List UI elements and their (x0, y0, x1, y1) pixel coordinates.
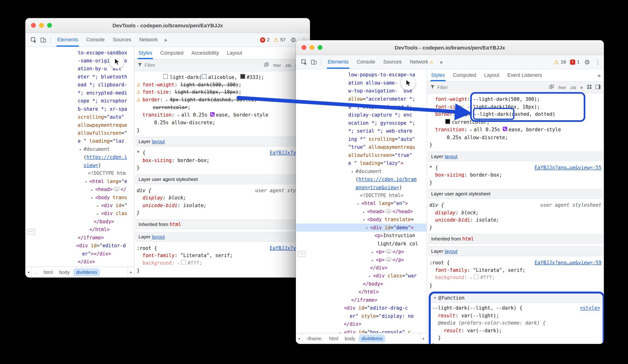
style-declaration-line[interactable]: ⚠font-size: light-dark(16px, 18px); (135, 88, 310, 96)
inspect-element-icon[interactable] (28, 35, 38, 45)
styles-section-header[interactable]: Layer user agent stylesheet (428, 189, 604, 199)
more-panels-chevron-icon[interactable]: » (162, 37, 169, 43)
dom-tree-line[interactable]: allowfullscreen=" (25, 129, 134, 137)
device-toolbar-icon[interactable] (38, 35, 48, 45)
minimize-button[interactable] (310, 45, 314, 50)
style-declaration-line[interactable]: :root {EaYBJJx?view= (135, 244, 310, 252)
function-rule-line[interactable]: result: var(--light); (431, 312, 603, 319)
settings-gear-icon[interactable]: ⚙ (291, 36, 296, 44)
tab-network[interactable]: Network (135, 33, 161, 47)
breadcrumb-item-div#demo[interactable]: div#demo (73, 268, 100, 276)
tab-console[interactable]: Console (353, 55, 379, 69)
breadcrumb-scroll-right-icon[interactable]: ▸ (420, 333, 427, 344)
breadcrumb-scroll-right-icon[interactable]: ▸ (128, 267, 134, 278)
styles-section-header[interactable]: Inherited from html (135, 220, 310, 229)
stab-accessibility[interactable]: Accessibility (187, 47, 223, 59)
dom-tree-line[interactable]: ▾#document (296, 167, 427, 175)
dom-tree-line[interactable]: ▸<div id=" (25, 201, 134, 209)
stab-layout[interactable]: Layout (480, 69, 503, 81)
style-declaration-line[interactable]: unicode-bidi: isolate; (428, 216, 604, 224)
style-declaration-line[interactable]: display: block; (428, 209, 604, 216)
dom-tree-line[interactable]: </div> (25, 258, 134, 266)
dom-tree-line[interactable]: ▸<head>…</ (25, 185, 134, 193)
style-declaration-line[interactable]: box-sizing: border-box; (135, 157, 310, 164)
style-declaration-line[interactable]: :root {EaYBJJx?ano…ue&view=:59 (428, 259, 604, 266)
dom-tree-line[interactable]: er" style="display: no (296, 312, 427, 320)
dom-tree-line[interactable]: ing *" scrolling="auto" (296, 135, 427, 143)
style-declaration-line[interactable]: display: block; (135, 194, 310, 202)
dom-tree-line[interactable]: </div> (296, 264, 427, 272)
breadcrumb-item-div#demo[interactable]: div#demo (359, 335, 386, 343)
style-declaration-line[interactable]: font-family: "Literata", serif; (135, 252, 310, 259)
function-rule-line[interactable]: } (431, 342, 603, 344)
close-button[interactable] (31, 23, 36, 28)
dom-tree-line[interactable]: scrolling="auto" (25, 113, 134, 121)
dom-tree-line[interactable]: display-capture *; enc (296, 111, 427, 119)
tab-sources[interactable]: Sources (109, 33, 135, 47)
dom-tree-line[interactable]: ead *; clipboard- (25, 81, 134, 89)
breadcrumb-scroll-left-icon[interactable]: ◂ (25, 267, 32, 278)
dom-tree-line[interactable]: cope *; microphor (25, 97, 134, 105)
warnings-badge[interactable]: ⚠16 (554, 59, 566, 65)
tab-elements[interactable]: Elements (324, 55, 353, 69)
function-rule-line[interactable]: result: var(--dark); (431, 327, 603, 334)
style-declaration-line[interactable]: } (135, 164, 310, 172)
dom-tree-line[interactable]: "true" allowpaymentrequ (296, 143, 427, 151)
dom-tree-line[interactable]: light/dark col (296, 240, 427, 248)
style-declaration-line[interactable]: } (135, 209, 310, 217)
styles-section-header[interactable]: Inherited from html (428, 234, 604, 243)
issues-badge[interactable]: !1 (570, 59, 580, 65)
dock-sidebar-icon[interactable] (595, 84, 600, 90)
dom-tree-line[interactable]: b-share *; xr-spa (25, 105, 134, 113)
style-declaration-line[interactable]: box-sizing: border-box; (428, 171, 604, 179)
dom-tree-line[interactable]: ▸<head>…</head> (296, 208, 427, 216)
styles-section-header[interactable]: Layer user agent stylesheet (135, 175, 310, 184)
settings-gear-icon[interactable]: ⚙ (584, 58, 590, 66)
toggle-element-state-button[interactable]: :hov (273, 63, 281, 68)
dom-tree-line[interactable]: anon=true&view=) (296, 183, 427, 191)
breadcrumb-item-html[interactable]: html (326, 335, 341, 343)
dom-tree-line[interactable]: ▾<html lang="en"> (296, 199, 427, 207)
styles-section-header[interactable]: Layer layout (428, 151, 604, 161)
computed-grid-icon[interactable] (587, 84, 592, 90)
dom-tree-line[interactable]: </html> (296, 288, 427, 296)
style-declaration-line[interactable]: * {EaYBJJx?view= (135, 149, 310, 157)
close-button[interactable] (302, 45, 307, 50)
style-declaration-line[interactable]: currentcolor; (135, 104, 310, 111)
style-declaration-line[interactable]: light-dark(aliceblue, #333); (135, 73, 310, 81)
dom-tree-line[interactable]: a *; clipboard-read *; (296, 103, 427, 111)
dom-tree-line[interactable]: low-popups-to-escape-sa (296, 71, 427, 79)
style-declaration-line[interactable]: transition: ▸all 0.25s ease, border-styl… (428, 126, 604, 134)
stab-computed[interactable]: Computed (156, 47, 187, 59)
dom-tree-line[interactable]: ation-by-u act (25, 65, 134, 73)
dom-tree-line[interactable]: *; serial *; web-share (296, 127, 427, 135)
style-declaration-line[interactable]: font-weight: --light-dark(500, 300); (428, 96, 604, 103)
dom-tree-line[interactable]: ▾<body translate= (296, 216, 427, 223)
style-declaration-line[interactable]: font-size: --light-dark(16px, 18px); (428, 103, 604, 111)
dom-overflow-button[interactable]: ⋯ (298, 251, 306, 257)
function-rule-line[interactable]: } (431, 334, 603, 342)
stab-layout[interactable]: Layout (223, 47, 246, 59)
dom-tree-line[interactable]: <!DOCTYPE htm (25, 169, 134, 177)
style-declaration-line[interactable]: ⚠border: ▸4px light-dark(dashed, dotted) (135, 96, 310, 104)
dom-tree-line[interactable]: allow="accelerometer *; (296, 95, 427, 103)
dom-tree-line[interactable]: </iframe> (296, 296, 427, 304)
element-classes-button[interactable]: .cls (284, 63, 291, 68)
dom-tree-line[interactable]: </div> (296, 320, 427, 328)
style-declaration-line[interactable]: transition: ▸all 0.25s ease, border-styl… (135, 111, 310, 119)
style-declaration-line[interactable]: 0.25s allow-discrete; (135, 119, 310, 126)
breadcrumb-item-html[interactable]: html (41, 268, 56, 276)
dom-tree-line[interactable]: </html> (25, 226, 134, 234)
function-rule-line[interactable]: @media (prefers-color-scheme: dark) { (431, 319, 603, 327)
style-declaration-line[interactable]: div {user agent stylesi (135, 187, 310, 194)
dom-tree-line[interactable]: ▸<p>…</p> (296, 256, 427, 264)
new-style-rule-button[interactable]: + (580, 84, 583, 91)
errors-badge[interactable]: ✕2 (260, 37, 270, 43)
dom-tree-line[interactable]: ▾<body trans (25, 193, 134, 201)
style-declaration-line[interactable]: * {EaYBJJx?ano…ue&view=:55 (428, 164, 604, 171)
rule-source-link[interactable]: EaYBJJx?ano…ue&view=:55 (535, 164, 604, 171)
dom-tree-line[interactable]: (https://cdpn.io/bram (296, 175, 427, 183)
rule-source-link[interactable]: EaYBJJx?ano…ue&view=:59 (535, 259, 604, 266)
dom-overflow-button[interactable]: ⋯ (27, 229, 35, 235)
element-classes-button[interactable]: .cls (570, 85, 576, 90)
